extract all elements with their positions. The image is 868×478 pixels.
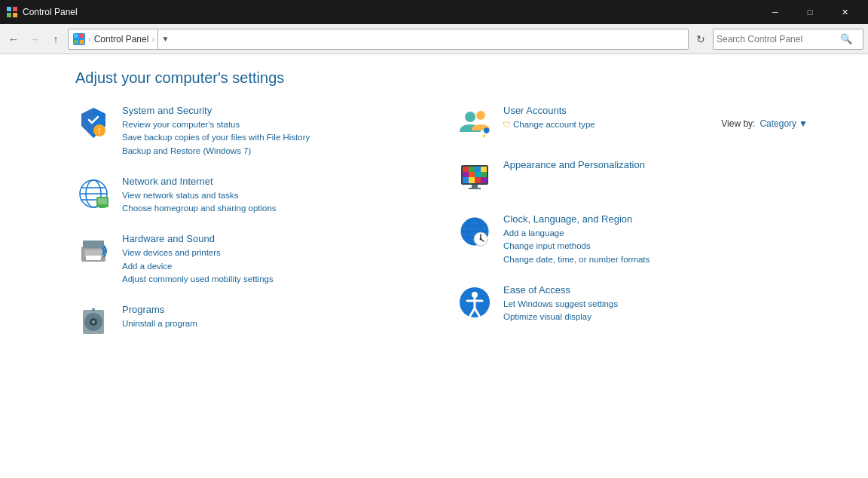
svg-rect-1 <box>13 7 17 11</box>
programs-title[interactable]: Programs <box>122 304 411 315</box>
svg-rect-37 <box>469 167 475 172</box>
search-icon[interactable]: 🔍 <box>840 33 852 44</box>
view-by-dropdown[interactable]: Category ▼ <box>760 118 808 129</box>
category-hardware-sound: Hardware and Sound View devices and prin… <box>75 233 411 286</box>
hardware-link-2[interactable]: Add a device <box>122 260 411 273</box>
clock-link-1[interactable]: Add a language <box>503 227 793 240</box>
ease-access-icon <box>457 284 493 320</box>
categories-grid: ! System and Security Review your comput… <box>75 105 793 358</box>
hardware-sound-title[interactable]: Hardware and Sound <box>122 233 411 244</box>
svg-rect-47 <box>481 177 487 183</box>
programs-icon <box>75 304 112 340</box>
system-security-title[interactable]: System and Security <box>122 105 411 116</box>
close-button[interactable]: ✕ <box>827 0 862 24</box>
clock-language-title[interactable]: Clock, Language, and Region <box>503 213 793 225</box>
system-security-link-3[interactable]: Backup and Restore (Windows 7) <box>122 145 411 158</box>
up-button[interactable]: ↑ <box>47 30 65 48</box>
window-title: Control Panel <box>23 7 78 17</box>
ease-access-title[interactable]: Ease of Access <box>503 284 793 296</box>
category-system-security: ! System and Security Review your comput… <box>75 105 411 158</box>
view-by: View by: Category ▼ <box>721 118 808 129</box>
maximize-button[interactable]: □ <box>793 0 827 24</box>
view-by-chevron: ▼ <box>799 118 808 129</box>
user-accounts-icon: ★ <box>457 105 493 141</box>
svg-point-28 <box>92 320 95 323</box>
svg-rect-42 <box>475 172 481 177</box>
address-dropdown-btn[interactable]: ▼ <box>157 29 173 49</box>
page-title: Adjust your computer's settings <box>75 69 793 87</box>
svg-rect-24 <box>86 256 101 260</box>
network-internet-text: Network and Internet View network status… <box>122 176 411 216</box>
view-by-label: View by: <box>721 118 755 129</box>
svg-text:!: ! <box>98 127 100 135</box>
search-input[interactable] <box>717 34 837 44</box>
category-programs: Programs Uninstall a program <box>75 304 411 340</box>
svg-rect-3 <box>13 13 17 17</box>
user-accounts-title[interactable]: User Accounts <box>503 105 793 116</box>
svg-rect-7 <box>80 40 84 44</box>
network-internet-title[interactable]: Network and Internet <box>122 176 411 187</box>
svg-rect-43 <box>481 172 487 177</box>
svg-rect-40 <box>463 172 469 177</box>
svg-rect-39 <box>481 167 487 172</box>
svg-rect-29 <box>92 308 95 311</box>
window-icon <box>6 6 18 18</box>
programs-text: Programs Uninstall a program <box>122 304 411 330</box>
refresh-button[interactable]: ↻ <box>692 29 710 50</box>
address-text: Control Panel <box>94 34 149 44</box>
network-link-1[interactable]: View network status and tasks <box>122 189 411 202</box>
system-security-text: System and Security Review your computer… <box>122 105 411 158</box>
right-column: ★ User Accounts 🛡 Change account type <box>457 105 793 358</box>
forward-button[interactable]: → <box>26 30 44 48</box>
svg-rect-6 <box>74 40 78 44</box>
hardware-link-3[interactable]: Adjust commonly used mobility settings <box>122 273 411 286</box>
svg-point-31 <box>476 111 485 120</box>
window-controls: ─ □ ✕ <box>758 0 862 24</box>
appearance-title[interactable]: Appearance and Personalization <box>503 159 793 170</box>
svg-rect-0 <box>7 7 11 11</box>
appearance-icon <box>457 159 493 195</box>
network-link-2[interactable]: Choose homegroup and sharing options <box>122 202 411 215</box>
system-security-link-1[interactable]: Review your computer's status <box>122 118 411 131</box>
svg-rect-38 <box>475 167 481 172</box>
address-icon <box>73 33 85 45</box>
clock-language-icon <box>457 213 493 250</box>
address-bar: ← → ↑ › Control Panel › ▼ ↻ 🔍 <box>0 24 868 54</box>
system-security-icon: ! <box>75 105 112 141</box>
svg-rect-5 <box>80 34 84 38</box>
category-clock-language: Clock, Language, and Region Add a langua… <box>457 213 793 266</box>
ease-link-2[interactable]: Optimize visual display <box>503 311 793 323</box>
svg-rect-4 <box>74 34 78 38</box>
system-security-link-2[interactable]: Save backup copies of your files with Fi… <box>122 131 411 144</box>
svg-rect-48 <box>472 185 478 188</box>
svg-rect-46 <box>475 177 481 183</box>
ease-access-text: Ease of Access Let Windows suggest setti… <box>503 284 793 324</box>
minimize-button[interactable]: ─ <box>758 0 793 24</box>
hardware-sound-text: Hardware and Sound View devices and prin… <box>122 233 411 286</box>
back-button[interactable]: ← <box>5 30 23 48</box>
svg-rect-41 <box>469 172 475 177</box>
svg-rect-44 <box>463 177 469 183</box>
ease-link-1[interactable]: Let Windows suggest settings <box>503 298 793 311</box>
user-accounts-badge: 🛡 <box>503 121 511 129</box>
hardware-link-1[interactable]: View devices and printers <box>122 247 411 259</box>
svg-rect-49 <box>469 188 481 189</box>
clock-link-2[interactable]: Change input methods <box>503 240 793 253</box>
svg-rect-23 <box>83 241 104 248</box>
svg-point-59 <box>480 238 482 241</box>
svg-point-30 <box>465 112 475 122</box>
clock-language-text: Clock, Language, and Region Add a langua… <box>503 213 793 266</box>
clock-link-3[interactable]: Change date, time, or number formats <box>503 253 793 266</box>
programs-link-1[interactable]: Uninstall a program <box>122 317 411 330</box>
address-field[interactable]: › Control Panel › ▼ <box>68 29 689 50</box>
svg-rect-45 <box>469 177 475 183</box>
network-internet-icon <box>75 176 112 212</box>
address-sep: › <box>88 35 91 44</box>
svg-rect-36 <box>463 167 469 172</box>
search-box[interactable]: 🔍 <box>713 29 863 50</box>
left-column: ! System and Security Review your comput… <box>75 105 411 358</box>
appearance-text: Appearance and Personalization <box>503 159 793 173</box>
category-appearance: Appearance and Personalization <box>457 159 793 195</box>
user-accounts-link-1[interactable]: Change account type <box>513 118 595 131</box>
category-network-internet: Network and Internet View network status… <box>75 176 411 216</box>
